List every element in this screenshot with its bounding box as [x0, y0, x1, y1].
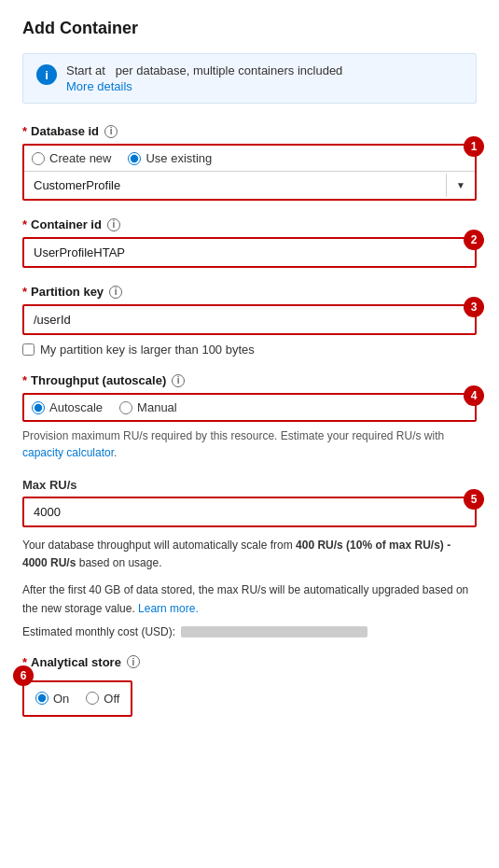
database-id-value: CustomerProfile	[24, 172, 446, 199]
use-existing-radio[interactable]	[128, 152, 141, 165]
manual-radio[interactable]	[119, 401, 132, 414]
more-details-link[interactable]: More details	[66, 79, 342, 93]
throughput-info-icon[interactable]: i	[172, 374, 185, 387]
off-option[interactable]: Off	[86, 692, 119, 706]
price-blurred	[109, 63, 113, 77]
info-banner: i Start at per database, multiple contai…	[22, 53, 477, 104]
analytical-store-box: On Off	[22, 680, 132, 717]
partition-key-field-wrapper: 3	[22, 304, 477, 335]
database-id-radio-row: Create new Use existing	[24, 146, 475, 171]
use-existing-option[interactable]: Use existing	[128, 151, 212, 165]
container-id-field-wrapper: 2	[22, 237, 477, 268]
throughput-label: * Throughput (autoscale) i	[22, 373, 477, 387]
partition-key-label: * Partition key i	[22, 285, 477, 299]
add-container-panel: Add Container i Start at per database, m…	[0, 0, 499, 868]
analytical-store-radio-row: On Off	[32, 688, 123, 709]
database-id-info-icon[interactable]: i	[104, 125, 118, 138]
learn-more-link[interactable]: Learn more.	[138, 602, 199, 615]
step-badge-2: 2	[464, 230, 484, 250]
page-title: Add Container	[22, 19, 477, 38]
create-new-radio[interactable]	[32, 152, 45, 165]
step-badge-4: 4	[464, 385, 484, 406]
throughput-radio-row: Autoscale Manual	[24, 395, 475, 420]
dropdown-arrow-icon[interactable]: ▼	[446, 174, 475, 197]
off-radio[interactable]	[86, 692, 99, 705]
autoscale-radio[interactable]	[32, 401, 45, 414]
storage-info: After the first 40 GB of data stored, th…	[22, 581, 477, 617]
max-ru-label: Max RU/s	[22, 478, 477, 492]
container-id-info-icon[interactable]: i	[107, 218, 120, 231]
estimated-cost-row: Estimated monthly cost (USD):	[22, 625, 477, 638]
container-id-label: * Container id i	[22, 217, 477, 231]
max-ru-input[interactable]	[24, 498, 475, 525]
max-ru-field-wrapper: 5	[22, 497, 477, 527]
create-new-option[interactable]: Create new	[32, 151, 111, 165]
on-radio[interactable]	[35, 692, 49, 705]
database-id-label: * Database id i	[22, 124, 477, 138]
partition-key-info-icon[interactable]: i	[109, 286, 122, 299]
analytical-store-section: * Analytical store i 6 On Off	[22, 655, 477, 717]
container-id-input[interactable]	[24, 239, 475, 266]
large-partition-key-checkbox[interactable]	[22, 343, 35, 356]
database-id-select-row[interactable]: CustomerProfile ▼	[24, 171, 475, 199]
info-icon: i	[36, 64, 57, 85]
throughput-help-text: Provision maximum RU/s required by this …	[22, 427, 477, 461]
partition-key-section: * Partition key i 3 My partition key is …	[22, 285, 477, 357]
container-id-section: * Container id i 2	[22, 217, 477, 268]
throughput-field-wrapper: 4 Autoscale Manual	[22, 393, 477, 422]
analytical-store-wrapper: 6 On Off	[22, 675, 132, 717]
step-badge-1: 1	[464, 136, 484, 157]
large-partition-key-label: My partition key is larger than 100 byte…	[40, 343, 255, 357]
database-id-section: * Database id i 1 Create new Use existin…	[22, 124, 477, 201]
partition-key-checkbox-row: My partition key is larger than 100 byte…	[22, 343, 477, 357]
max-ru-section: Max RU/s 5 Your database throughput will…	[22, 478, 477, 638]
database-id-field-wrapper: 1 Create new Use existing CustomerProfil…	[22, 144, 477, 201]
manual-option[interactable]: Manual	[119, 400, 177, 414]
step-badge-3: 3	[464, 297, 484, 317]
max-ru-info: Your database throughput will automatica…	[22, 537, 477, 572]
autoscale-option[interactable]: Autoscale	[32, 400, 103, 414]
partition-key-input[interactable]	[24, 306, 475, 333]
step-badge-5: 5	[464, 489, 484, 510]
capacity-calculator-link[interactable]: capacity calculator	[22, 446, 114, 459]
analytical-store-info-icon[interactable]: i	[127, 655, 140, 668]
on-option[interactable]: On	[35, 692, 69, 706]
cost-blurred	[181, 626, 367, 637]
throughput-section: * Throughput (autoscale) i 4 Autoscale M…	[22, 373, 477, 461]
analytical-store-label: * Analytical store i	[22, 655, 477, 669]
info-banner-text: Start at per database, multiple containe…	[66, 63, 342, 93]
